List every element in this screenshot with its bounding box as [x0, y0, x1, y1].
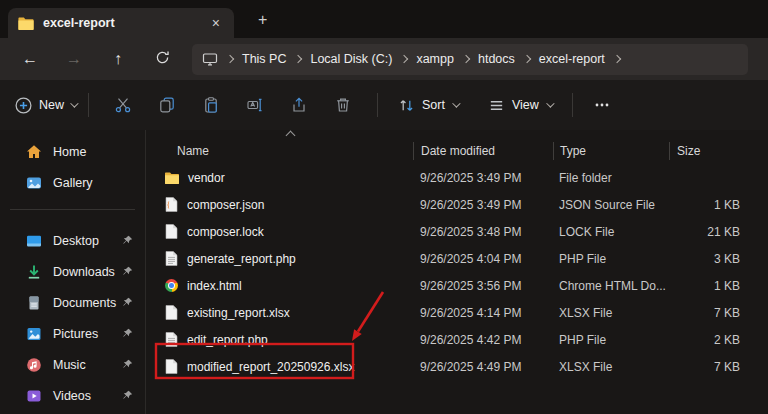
new-label: New — [39, 98, 64, 112]
file-type: File folder — [553, 171, 669, 185]
file-name: generate_report.php — [187, 252, 296, 266]
chevron-down-icon — [546, 99, 554, 107]
file-row[interactable]: vendor 9/26/2025 3:49 PM File folder — [147, 164, 768, 191]
file-size: 1 KB — [669, 198, 768, 212]
sidebar-item-home[interactable]: Home — [0, 136, 145, 167]
toolbar-divider — [88, 93, 89, 117]
refresh-button[interactable] — [140, 50, 184, 69]
file-date: 9/26/2025 4:42 PM — [413, 333, 553, 347]
file-size: 2 KB — [669, 333, 768, 347]
sidebar-item-downloads[interactable]: Downloads — [0, 256, 145, 287]
column-header-size[interactable]: Size — [669, 142, 768, 160]
file-date: 9/26/2025 4:14 PM — [413, 306, 553, 320]
breadcrumb-local-disk[interactable]: Local Disk (C:) — [310, 52, 392, 66]
file-explorer-window: excel-report × + ← → ↑ This PC Local Dis… — [0, 0, 768, 414]
file-row-highlighted[interactable]: modified_report_20250926.xlsx 9/26/2025 … — [147, 353, 768, 380]
home-icon — [26, 144, 42, 160]
file-row[interactable]: generate_report.php 9/26/2025 4:04 PM PH… — [147, 245, 768, 272]
chevron-right-icon[interactable] — [613, 55, 621, 63]
column-header-date[interactable]: Date modified — [413, 142, 553, 160]
paste-button[interactable] — [189, 88, 233, 122]
text-file-icon — [165, 251, 178, 266]
file-type: LOCK File — [553, 225, 669, 239]
file-list: Name Date modified Type Size vendor 9/26… — [147, 130, 768, 414]
file-size: 7 KB — [669, 360, 768, 374]
column-headers: Name Date modified Type Size — [147, 138, 768, 164]
close-tab-icon[interactable]: × — [208, 15, 224, 31]
toolbar-divider — [572, 93, 573, 117]
copy-button[interactable] — [145, 88, 189, 122]
delete-button[interactable] — [321, 88, 365, 122]
column-header-name[interactable]: Name — [147, 142, 413, 160]
sidebar-item-label: Documents — [53, 296, 116, 310]
more-options-button[interactable] — [585, 88, 619, 122]
forward-button[interactable]: → — [52, 50, 96, 68]
pin-icon[interactable] — [122, 297, 133, 308]
chevron-right-icon[interactable] — [400, 55, 408, 63]
file-date: 9/26/2025 4:49 PM — [413, 360, 553, 374]
view-list-icon — [488, 97, 505, 114]
file-name: composer.lock — [187, 225, 264, 239]
pin-icon[interactable] — [122, 359, 133, 370]
music-icon — [26, 357, 42, 373]
breadcrumb-xampp[interactable]: xampp — [416, 52, 454, 66]
toolbar-divider — [377, 93, 378, 117]
explorer-tab[interactable]: excel-report × — [8, 8, 234, 38]
breadcrumb-this-pc[interactable]: This PC — [242, 52, 286, 66]
new-tab-button[interactable]: + — [250, 9, 275, 31]
share-button[interactable] — [277, 88, 321, 122]
breadcrumb-htdocs[interactable]: htdocs — [478, 52, 515, 66]
chrome-html-icon — [165, 279, 178, 292]
sidebar-item-documents[interactable]: Documents — [0, 287, 145, 318]
text-file-icon — [165, 332, 178, 347]
up-button[interactable]: ↑ — [96, 50, 140, 68]
file-row[interactable]: existing_report.xlsx 9/26/2025 4:14 PM X… — [147, 299, 768, 326]
sidebar-item-pictures[interactable]: Pictures — [0, 318, 145, 349]
column-header-type[interactable]: Type — [553, 142, 669, 160]
sort-button[interactable]: Sort — [390, 88, 466, 122]
file-name: existing_report.xlsx — [187, 306, 290, 320]
file-type: PHP File — [553, 333, 669, 347]
sidebar-item-desktop[interactable]: Desktop — [0, 225, 145, 256]
rename-button[interactable] — [233, 88, 277, 122]
sidebar-item-label: Music — [53, 358, 86, 372]
cut-button[interactable] — [101, 88, 145, 122]
sidebar-item-label: Pictures — [53, 327, 98, 341]
file-row[interactable]: composer.json 9/26/2025 3:49 PM JSON Sou… — [147, 191, 768, 218]
file-row[interactable]: edit_report.php 9/26/2025 4:42 PM PHP Fi… — [147, 326, 768, 353]
pin-icon[interactable] — [122, 235, 133, 246]
breadcrumb-excel-report[interactable]: excel-report — [539, 52, 605, 66]
file-date: 9/26/2025 3:56 PM — [413, 279, 553, 293]
navigation-pane: Home Gallery Desktop — [0, 130, 146, 414]
file-row[interactable]: composer.lock 9/26/2025 3:48 PM LOCK Fil… — [147, 218, 768, 245]
file-icon — [165, 224, 178, 239]
sidebar-item-gallery[interactable]: Gallery — [0, 167, 145, 198]
chevron-right-icon[interactable] — [294, 55, 302, 63]
downloads-icon — [26, 264, 42, 280]
tab-title: excel-report — [43, 16, 115, 30]
plus-circle-icon — [14, 96, 33, 115]
sidebar-item-videos[interactable]: Videos — [0, 380, 145, 411]
chevron-right-icon[interactable] — [523, 55, 531, 63]
file-type: Chrome HTML Do... — [553, 279, 669, 293]
view-button[interactable]: View — [480, 88, 560, 122]
address-bar[interactable]: This PC Local Disk (C:) xampp htdocs exc… — [192, 44, 748, 75]
chevron-right-icon[interactable] — [462, 55, 470, 63]
file-type: XLSX File — [553, 306, 669, 320]
pin-icon[interactable] — [122, 390, 133, 401]
pin-icon[interactable] — [122, 266, 133, 277]
new-button[interactable]: New — [14, 96, 76, 115]
view-label: View — [512, 98, 539, 112]
file-name: vendor — [188, 171, 225, 185]
pin-icon[interactable] — [122, 328, 133, 339]
back-button[interactable]: ← — [8, 50, 52, 68]
sidebar-item-label: Videos — [53, 389, 91, 403]
file-name: composer.json — [187, 198, 264, 212]
sidebar-item-music[interactable]: Music — [0, 349, 145, 380]
file-size: 1 KB — [669, 279, 768, 293]
file-row[interactable]: index.html 9/26/2025 3:56 PM Chrome HTML… — [147, 272, 768, 299]
chevron-right-icon[interactable] — [226, 55, 234, 63]
tab-bar: excel-report × + — [0, 0, 768, 38]
chevron-down-icon — [452, 99, 460, 107]
folder-icon — [18, 17, 34, 30]
